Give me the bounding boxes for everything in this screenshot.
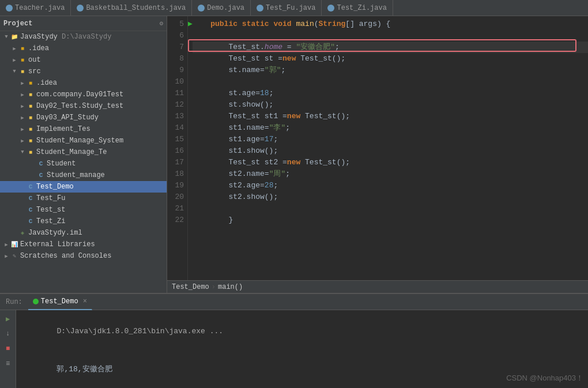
tab-basketball-java[interactable]: Basketball_Students.java (71, 0, 192, 16)
tree-label-idea: .idea (28, 44, 49, 52)
project-header-label: Project (3, 20, 32, 28)
tree-arrow-smt: ▼ (18, 148, 27, 156)
run-output: D:\Java\jdk1.8.0_281\bin\java.exe ... 郭,… (16, 310, 588, 388)
tree-item-day03[interactable]: ▶ ■ Day03_API_Study (0, 112, 167, 123)
code-line-10 (193, 76, 588, 88)
run-tab-close[interactable]: × (83, 297, 87, 306)
code-line-12: st.show(); (193, 99, 588, 111)
tab-testzi-java[interactable]: Test_Zi.java (322, 0, 393, 16)
tree-item-testzi[interactable]: ▶ C Test_Zi (0, 216, 167, 227)
tree-arrow-sms: ▶ (18, 137, 27, 145)
tree-item-impl[interactable]: ▶ ■ Implement_Tes (0, 123, 167, 135)
java-icon-student: C (37, 160, 45, 168)
tree-label-student: Student (47, 160, 76, 168)
code-line-16: st1.show(); (193, 145, 588, 157)
tree-item-student[interactable]: ▶ C Student (0, 158, 167, 169)
tree-arrow-idea2: ▶ (18, 79, 27, 87)
sidebar-gear-icon[interactable]: ⚙ (159, 20, 163, 27)
tree-item-idea[interactable]: ▶ ■ .idea (0, 43, 167, 54)
project-icon: 📁 (10, 33, 18, 41)
java-file-icon-4 (257, 5, 263, 12)
tree-item-iml[interactable]: ▶ ◈ JavaStydy.iml (0, 227, 167, 239)
tree-item-testdemo[interactable]: ▶ C Test_Demo (0, 181, 167, 193)
tree-label-day02: Day02_Test.Study_test (36, 102, 123, 110)
project-sidebar: Project ⚙ ▼ 📁 JavaStydy D:\JavaStydy ▶ ■… (0, 16, 167, 293)
sidebar-header: Project ⚙ (0, 16, 167, 31)
tree-item-testfu[interactable]: ▶ C Test_Fu (0, 193, 167, 204)
run-rerun-button[interactable]: ↓ (2, 327, 14, 340)
code-content[interactable]: 类名调用 public static void main(String[] ar… (188, 16, 588, 280)
code-line-7: Test_st.home = "安徽合肥"; (193, 42, 588, 53)
tree-label-com: com.company.Day01Test (36, 91, 123, 99)
tree-label-iml: JavaStydy.iml (28, 229, 82, 237)
tree-item-com[interactable]: ▶ ■ com.company.Day01Test (0, 89, 167, 100)
code-line-14: st1.name="李"; (193, 122, 588, 134)
tree-item-smt[interactable]: ▼ ■ Student_Manage_Te (0, 146, 167, 158)
tree-item-sms[interactable]: ▶ ■ Student_Manage_System (0, 135, 167, 146)
tree-arrow-idea: ▶ (10, 44, 18, 52)
folder-icon-day03: ■ (27, 114, 35, 122)
iml-icon: ◈ (18, 229, 27, 237)
run-restore-button[interactable]: ≡ (2, 357, 14, 370)
java-file-icon-5 (327, 5, 334, 12)
code-line-22: } (193, 214, 588, 226)
breadcrumb-separator: › (212, 283, 216, 291)
breadcrumb-class: Test_Demo (172, 283, 209, 291)
run-toolbar: ▶ ↓ ■ ≡ (0, 310, 16, 388)
tree-arrow-com: ▶ (18, 91, 27, 99)
code-line-9: st.name="郭"; (193, 65, 588, 76)
code-line-15: st1.age=17; (193, 134, 588, 145)
run-stop-button[interactable]: ■ (2, 342, 14, 355)
folder-icon-day02: ■ (27, 102, 35, 110)
tree-label-impl: Implement_Tes (36, 125, 91, 133)
run-tab-testdemo[interactable]: Test_Demo × (28, 294, 92, 310)
breadcrumb-bar: Test_Demo › main() (167, 280, 588, 293)
folder-icon-idea2: ■ (27, 79, 35, 87)
tree-label-extlib: External Libraries (20, 240, 95, 248)
tab-demo-java[interactable]: Demo.java (192, 0, 251, 16)
tree-item-javastydy[interactable]: ▼ 📁 JavaStydy D:\JavaStydy (0, 31, 167, 43)
tree-item-idea2[interactable]: ▶ ■ .idea (0, 77, 167, 89)
scratches-icon: ✎ (10, 252, 18, 260)
code-line-20: st2.show(); (193, 191, 588, 203)
tree-arrow: ▼ (2, 33, 10, 41)
code-line-11: st.age=18; (193, 88, 588, 99)
tree-item-day02[interactable]: ▶ ■ Day02_Test.Study_test (0, 100, 167, 112)
folder-icon-smt: ■ (27, 148, 35, 156)
tree-label-sms: Student_Manage_System (36, 137, 123, 145)
folder-icon-sms: ■ (27, 137, 35, 145)
tree-arrow-src: ▼ (10, 67, 18, 76)
tree-item-testst[interactable]: ▶ C Test_st (0, 204, 167, 216)
run-tab-label: Test_Demo (41, 297, 78, 306)
main-area: Project ⚙ ▼ 📁 JavaStydy D:\JavaStydy ▶ ■… (0, 16, 588, 293)
tree-item-studentmanage[interactable]: ▶ C Student_manage (0, 169, 167, 181)
folder-icon-com: ■ (27, 91, 35, 99)
tree-arrow-day03: ▶ (18, 114, 27, 122)
tree-label-src: src (28, 67, 41, 76)
tree-item-out[interactable]: ▶ ■ out (0, 54, 167, 66)
java-icon-testst: C (27, 206, 35, 214)
folder-icon-out: ■ (18, 56, 27, 64)
tree-arrow-impl: ▶ (18, 125, 27, 133)
tab-testfu-java[interactable]: Test_Fu.java (251, 0, 322, 16)
run-command-line: D:\Java\jdk1.8.0_281\bin\java.exe ... (21, 312, 583, 351)
folder-icon-idea: ■ (18, 44, 27, 52)
tab-teacher-java[interactable]: Teacher.java (0, 0, 71, 16)
tree-item-extlib[interactable]: ▶ 📊 External Libraries (0, 239, 167, 250)
breadcrumb-method: main() (218, 283, 243, 291)
editor-area: ▶ 5 6 7 8 9 10 11 12 13 14 15 16 17 18 1… (167, 16, 588, 293)
folder-icon-src: ■ (18, 67, 27, 76)
tree-arrow-out: ▶ (10, 56, 18, 64)
tree-label: JavaStydy D:\JavaStydy (20, 33, 111, 41)
java-icon-testfu: C (27, 194, 35, 202)
tree-item-src[interactable]: ▼ ■ src (0, 66, 167, 77)
code-line-17: Test_st st2 =new Test_st(); (193, 157, 588, 168)
run-play-button[interactable]: ▶ (2, 312, 14, 325)
tree-item-scratches[interactable]: ▶ ✎ Scratches and Consoles (0, 250, 167, 262)
run-label: Run: (2, 298, 26, 306)
java-file-icon-3 (198, 5, 205, 12)
line-numbers: 5 6 7 8 9 10 11 12 13 14 15 16 17 18 19 … (167, 16, 188, 280)
tree-arrow-extlib: ▶ (2, 240, 10, 248)
java-file-icon-2 (77, 5, 84, 12)
tree-label-testzi: Test_Zi (36, 217, 65, 225)
